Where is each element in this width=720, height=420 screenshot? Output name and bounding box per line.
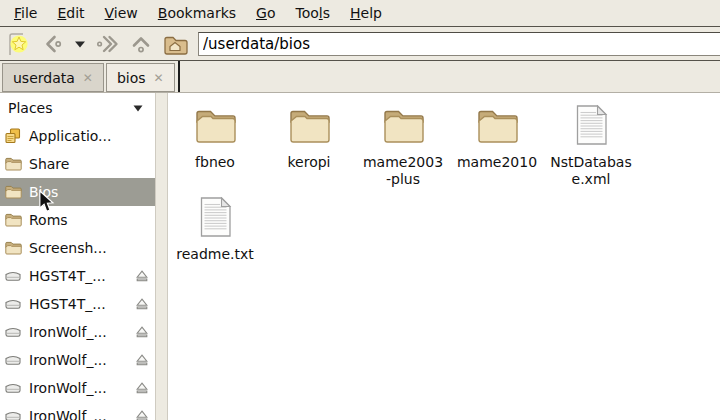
sidebar-device-item[interactable]: IronWolf_... — [0, 374, 155, 402]
sidebar-device-item[interactable]: HGST4T_... — [0, 290, 155, 318]
history-dropdown-icon — [74, 31, 86, 57]
back-icon — [40, 31, 66, 57]
drive-icon — [4, 323, 22, 341]
forward-button[interactable] — [92, 30, 122, 58]
sidebar-item-roms[interactable]: Roms — [0, 206, 155, 234]
sidebar-item-label: HGST4T_... — [29, 268, 106, 284]
home-icon — [162, 31, 188, 57]
folder-icon — [191, 101, 239, 149]
menu-item-bookmarks[interactable]: Bookmarks — [148, 2, 246, 24]
drive-icon — [4, 295, 22, 313]
history-dropdown-button[interactable] — [72, 30, 88, 58]
file-item[interactable]: fbneo — [168, 101, 262, 187]
folder-icon — [4, 239, 22, 257]
tab-label: userdata — [13, 70, 75, 86]
chevron-down-icon — [133, 105, 143, 112]
menu-item-go[interactable]: Go — [246, 2, 285, 24]
toolbar — [0, 27, 720, 61]
sidebar-item-label: HGST4T_... — [29, 296, 106, 312]
eject-icon — [134, 380, 150, 396]
eject-button[interactable] — [134, 296, 150, 312]
toolbar-buttons — [4, 30, 190, 58]
folder-icon — [4, 211, 22, 229]
folder-icon — [4, 155, 22, 173]
sidebar-item-label: Applicatio... — [29, 128, 111, 144]
content-area: Places Applicatio...ShareBiosRomsScreens… — [0, 93, 720, 420]
drive-icon — [4, 407, 22, 420]
sidebar-item-label: IronWolf_... — [29, 352, 107, 368]
new-tab-icon — [6, 31, 32, 57]
menu-item-view[interactable]: View — [95, 2, 148, 24]
up-button[interactable] — [126, 30, 156, 58]
file-item[interactable]: NstDatabas e.xml — [544, 101, 638, 187]
menu-bar: FileEditViewBookmarksGoToolsHelp — [0, 0, 720, 27]
tabs: userdata✕bios✕ — [0, 61, 180, 92]
sidebar-item-label: Roms — [29, 212, 68, 228]
applications-icon — [4, 127, 22, 145]
sidebar-item-label: Share — [29, 156, 69, 172]
sidebar-item-label: Screensh... — [29, 240, 107, 256]
places-header[interactable]: Places — [0, 93, 155, 122]
eject-icon — [134, 408, 150, 420]
sidebar-item-applicatio[interactable]: Applicatio... — [0, 122, 155, 150]
close-icon[interactable]: ✕ — [83, 72, 93, 84]
menu-items: FileEditViewBookmarksGoToolsHelp — [4, 2, 392, 24]
tab-bios[interactable]: bios✕ — [106, 63, 175, 92]
folder-icon — [379, 101, 427, 149]
eject-button[interactable] — [134, 352, 150, 368]
file-label: readme.txt — [176, 246, 254, 263]
file-label: NstDatabas e.xml — [550, 154, 631, 187]
eject-button[interactable] — [134, 380, 150, 396]
file-item[interactable]: mame2003 -plus — [356, 101, 450, 187]
eject-icon — [134, 296, 150, 312]
back-button[interactable] — [38, 30, 68, 58]
tab-strip-edge — [178, 61, 180, 92]
eject-icon — [134, 352, 150, 368]
eject-button[interactable] — [134, 268, 150, 284]
sidebar-item-label: IronWolf_... — [29, 408, 107, 420]
file-item[interactable]: mame2010 — [450, 101, 544, 187]
sidebar-item-label: IronWolf_... — [29, 324, 107, 340]
eject-button[interactable] — [134, 408, 150, 420]
tab-bar: userdata✕bios✕ — [0, 61, 720, 93]
file-icon-view: fbneokeropimame2003 -plusmame2010NstData… — [168, 93, 720, 420]
menu-item-tools[interactable]: Tools — [285, 2, 340, 24]
drive-icon — [4, 267, 22, 285]
forward-icon — [94, 31, 120, 57]
places-sidebar: Places Applicatio...ShareBiosRomsScreens… — [0, 93, 155, 420]
sidebar-item-screensh[interactable]: Screensh... — [0, 234, 155, 262]
close-icon[interactable]: ✕ — [154, 72, 164, 84]
file-label: keropi — [287, 154, 330, 171]
file-label: mame2010 — [457, 154, 537, 171]
menu-item-file[interactable]: File — [4, 2, 47, 24]
menu-item-help[interactable]: Help — [340, 2, 392, 24]
eject-button[interactable] — [134, 324, 150, 340]
pane-splitter[interactable] — [155, 93, 168, 420]
sidebar-device-item[interactable]: HGST4T_... — [0, 262, 155, 290]
sidebar-item-bios[interactable]: Bios — [0, 178, 155, 206]
path-input[interactable] — [198, 32, 720, 56]
tab-userdata[interactable]: userdata✕ — [2, 63, 104, 92]
folder-icon — [473, 101, 521, 149]
new-tab-button[interactable] — [4, 30, 34, 58]
mouse-cursor — [38, 190, 55, 214]
file-item[interactable]: readme.txt — [168, 193, 262, 263]
sidebar-device-item[interactable]: IronWolf_... — [0, 318, 155, 346]
menu-item-edit[interactable]: Edit — [47, 2, 94, 24]
folder-icon — [285, 101, 333, 149]
places-list: Applicatio...ShareBiosRomsScreensh...HGS… — [0, 122, 155, 420]
file-icon — [191, 193, 239, 241]
sidebar-device-item[interactable]: IronWolf_... — [0, 402, 155, 420]
sidebar-item-label: IronWolf_... — [29, 380, 107, 396]
sidebar-device-item[interactable]: IronWolf_... — [0, 346, 155, 374]
up-icon — [128, 31, 154, 57]
file-label: fbneo — [195, 154, 235, 171]
file-label: mame2003 -plus — [363, 154, 443, 187]
folder-icon — [4, 183, 22, 201]
sidebar-item-share[interactable]: Share — [0, 150, 155, 178]
home-button[interactable] — [160, 30, 190, 58]
places-header-label: Places — [8, 100, 53, 116]
eject-icon — [134, 268, 150, 284]
eject-icon — [134, 324, 150, 340]
file-item[interactable]: keropi — [262, 101, 356, 187]
